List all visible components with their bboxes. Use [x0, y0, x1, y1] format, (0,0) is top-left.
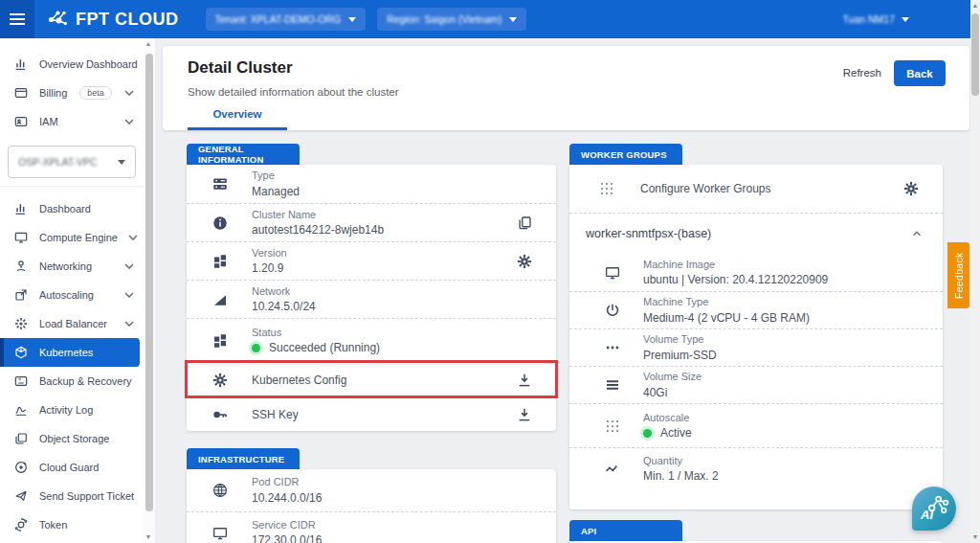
region-selector[interactable]: Region: Saigon (Vietnam)	[377, 8, 526, 31]
worker-row-volume-size: Volume Size40Gi	[569, 366, 943, 403]
row-value: 10.244.0.0/16	[252, 490, 322, 507]
download-icon[interactable]	[516, 372, 533, 389]
sidebar-item-label: Backup & Recovery	[39, 375, 132, 387]
sidebar-item-kubernetes[interactable]: Kubernetes	[0, 338, 140, 367]
tab-overview[interactable]: Overview	[188, 100, 287, 130]
chevron-down-icon	[124, 292, 134, 298]
caret-down-icon	[509, 17, 517, 22]
sidebar-item-label: Send Support Ticket	[39, 490, 134, 502]
monitor-icon	[212, 525, 229, 542]
sidebar-item-cloud-guard[interactable]: Cloud Guard	[0, 453, 144, 482]
feedback-button[interactable]: Feedback	[947, 242, 969, 308]
sidebar-item-load-balancer[interactable]: Load Balancer	[0, 309, 144, 338]
row-value: autotest164212-8wjeb14b	[252, 222, 384, 238]
sidebar-item-send-support-ticket[interactable]: Send Support Ticket	[0, 482, 144, 510]
chevron-up-icon[interactable]	[910, 227, 924, 240]
worker-groups-panel: Configure Worker Groups worker-snmtfpsx-…	[569, 165, 943, 509]
worker-row-machine-type: Machine TypeMedium-4 (2 vCPU - 4 GB RAM)	[569, 291, 943, 328]
row-label: Volume Size	[643, 369, 702, 385]
scroll-up-icon[interactable]: ▲	[970, 0, 980, 11]
object-storage-icon	[13, 431, 29, 446]
sidebar-item-label: Load Balancer	[39, 318, 107, 329]
gear-icon[interactable]	[902, 180, 920, 197]
infrastructure-panel: Pod CIDR10.244.0.0/16 Service CIDR172.30…	[187, 469, 556, 543]
sidebar-item-overview-dashboard[interactable]: Overview Dashboard	[0, 50, 144, 79]
scroll-down-icon[interactable]: ▼	[144, 532, 153, 543]
vpc-selector[interactable]: OSP-XPLAT-VPC	[8, 146, 136, 178]
panel-tab-general-information: GENERAL INFORMATION	[187, 144, 300, 165]
row-value: Premium-SSD	[643, 348, 717, 364]
top-bar: FPT CLOUD Tenant: XPLAT-DEMO-ORG Region:…	[0, 0, 970, 38]
row-label: Kubernetes Config	[252, 373, 346, 387]
row-value: 40Gi	[643, 385, 702, 401]
dots-icon	[604, 339, 621, 356]
worker-group-accordion[interactable]: worker-snmtfpsx-(base)	[569, 213, 943, 254]
info-icon	[212, 215, 229, 232]
blocks-icon	[212, 253, 229, 270]
row-value: 10.24.5.0/24	[252, 299, 316, 315]
grid-dots-icon	[604, 418, 621, 435]
brand-name: FPT CLOUD	[76, 10, 179, 30]
sidebar-item-iam[interactable]: IAM	[0, 107, 144, 136]
autoscale-icon	[13, 287, 29, 303]
sidebar-item-activity-log[interactable]: Activity Log	[0, 396, 144, 424]
sidebar-item-backup-recovery[interactable]: Backup & Recovery	[0, 367, 144, 396]
tenant-selector[interactable]: Tenant: XPLAT-DEMO-ORG	[206, 8, 367, 31]
row-label: Network	[252, 283, 316, 300]
status-dot-green	[252, 344, 260, 352]
sidebar-item-autoscaling[interactable]: Autoscaling	[0, 281, 144, 309]
region-label: Region: Saigon (Vietnam)	[387, 13, 501, 25]
scrollbar-thumb[interactable]	[145, 54, 153, 511]
sidebar-item-dashboard[interactable]: Dashboard	[0, 194, 144, 223]
page-scrollbar[interactable]: ▲ ▼	[970, 0, 980, 543]
worker-row-quantity: QuantityMin. 1 / Max. 2	[569, 447, 943, 489]
general-information-panel: TypeManaged Cluster Nameautotest164212-8…	[187, 165, 556, 431]
iam-icon	[13, 114, 29, 129]
row-value: Medium-4 (2 vCPU - 4 GB RAM)	[643, 310, 810, 327]
row-value: 1.20.9	[252, 260, 287, 277]
ai-label: AI	[921, 508, 933, 522]
sidebar-item-networking[interactable]: Networking	[0, 252, 144, 281]
scroll-up-icon[interactable]: ▲	[144, 38, 153, 50]
user-name: Tuan NM17	[843, 13, 895, 25]
sidebar-item-token[interactable]: Token	[0, 510, 144, 539]
row-value: 172.30.0.0/16	[252, 532, 322, 543]
chevron-down-icon	[124, 90, 134, 96]
sidebar-item-label: Object Storage	[39, 433, 109, 444]
globe-icon	[212, 482, 229, 499]
bar-chart-icon	[13, 201, 29, 216]
monitor-icon	[604, 264, 621, 282]
caret-down-icon	[348, 17, 356, 22]
copy-icon[interactable]	[516, 215, 533, 232]
user-menu[interactable]: Tuan NM17	[843, 13, 909, 25]
back-button[interactable]: Back	[894, 60, 946, 86]
scrollbar-thumb[interactable]	[971, 13, 979, 96]
sidebar-item-object-storage[interactable]: Object Storage	[0, 424, 144, 453]
activity-log-icon	[13, 402, 29, 418]
refresh-button[interactable]: Refresh	[843, 67, 881, 79]
sidebar-item-label: Dashboard	[39, 203, 91, 215]
hamburger-menu-icon[interactable]	[0, 0, 34, 38]
billing-icon	[13, 85, 29, 101]
gear-icon[interactable]	[516, 253, 533, 270]
fpt-molecule-icon	[46, 8, 69, 31]
worker-row-autoscale: AutoscaleActive	[569, 403, 943, 447]
download-icon[interactable]	[516, 406, 533, 423]
row-label: Autoscale	[643, 410, 692, 426]
ai-assistant-button[interactable]: AI	[912, 486, 956, 531]
backup-icon	[13, 373, 29, 389]
sidebar-item-billing[interactable]: Billing beta	[0, 79, 144, 107]
sidebar-scrollbar[interactable]: ▲ ▼	[144, 38, 155, 543]
scroll-down-icon[interactable]: ▼	[970, 532, 980, 543]
panel-tab-api: API	[569, 520, 682, 541]
sidebar-item-compute-engine[interactable]: Compute Engine	[0, 223, 144, 252]
worker-row-machine-image: Machine Imageubuntu | Version: 20.4.1212…	[569, 254, 943, 291]
row-label: Volume Type	[643, 331, 717, 348]
caret-down-icon	[902, 17, 909, 22]
info-row-cluster-name: Cluster Nameautotest164212-8wjeb14b	[187, 203, 556, 241]
row-label: Cluster Name	[252, 207, 384, 223]
info-row-ssh-key: SSH Key	[187, 396, 556, 431]
power-icon	[604, 302, 621, 319]
load-balancer-icon	[13, 316, 29, 331]
brand-logo[interactable]: FPT CLOUD	[46, 8, 179, 31]
